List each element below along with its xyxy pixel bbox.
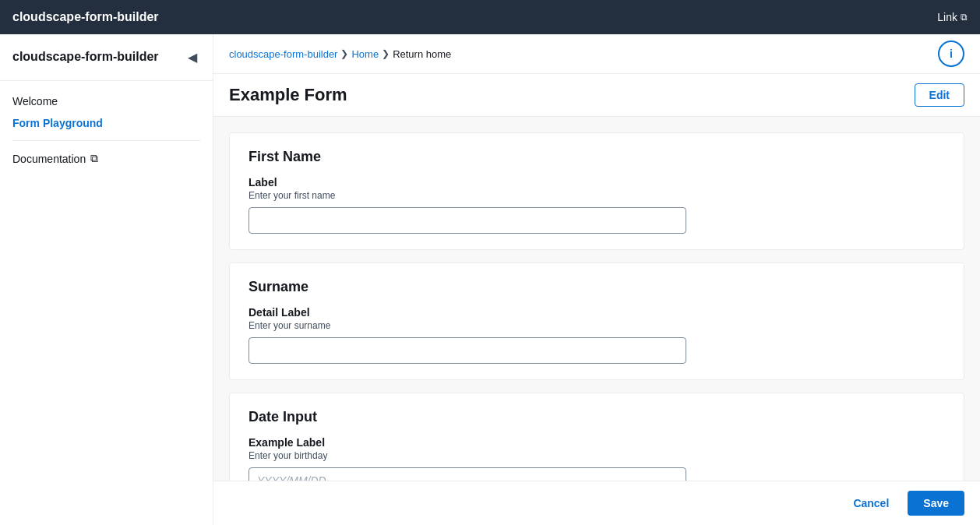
field-description-first-name: Enter your first name — [249, 190, 945, 201]
external-link-icon: ⧉ — [961, 12, 968, 23]
breadcrumb-separator-2: ❯ — [382, 48, 390, 59]
breadcrumb-separator-1: ❯ — [340, 48, 348, 59]
field-label-first-name: Label — [249, 176, 945, 189]
sidebar-header: cloudscape-form-builder ◀ — [0, 34, 213, 81]
documentation-label: Documentation — [12, 153, 86, 165]
form-section-date: Date Input Example Label Enter your birt… — [229, 393, 964, 481]
section-title-first-name: First Name — [249, 149, 945, 165]
cancel-button[interactable]: Cancel — [844, 491, 898, 516]
first-name-input[interactable] — [249, 207, 686, 234]
main-content: cloudscape-form-builder ❯ Home ❯ Return … — [213, 34, 980, 525]
date-input[interactable] — [249, 467, 686, 481]
page-title-area: Example Form Edit — [213, 74, 980, 117]
footer-bar: Cancel Save — [213, 481, 980, 525]
app-title: cloudscape-form-builder — [12, 10, 159, 24]
breadcrumb-item-app[interactable]: cloudscape-form-builder — [229, 48, 337, 60]
sidebar-title: cloudscape-form-builder — [12, 49, 159, 65]
sidebar-collapse-button[interactable]: ◀ — [185, 47, 200, 68]
form-section-surname: Surname Detail Label Enter your surname — [229, 262, 964, 380]
section-title-date: Date Input — [249, 409, 945, 425]
surname-input[interactable] — [249, 337, 686, 364]
field-description-date: Enter your birthday — [249, 450, 945, 461]
sidebar-item-form-playground[interactable]: Form Playground — [0, 112, 213, 134]
top-navbar: cloudscape-form-builder Link ⧉ — [0, 0, 980, 34]
section-title-surname: Surname — [249, 279, 945, 295]
main-layout: cloudscape-form-builder ◀ Welcome Form P… — [0, 34, 980, 525]
page-title: Example Form — [229, 85, 347, 105]
sidebar: cloudscape-form-builder ◀ Welcome Form P… — [0, 34, 213, 525]
sidebar-documentation-link[interactable]: Documentation ⧉ — [0, 147, 213, 170]
breadcrumb-item-current: Return home — [393, 48, 451, 60]
field-label-surname: Detail Label — [249, 306, 945, 319]
field-description-surname: Enter your surname — [249, 320, 945, 331]
breadcrumb: cloudscape-form-builder ❯ Home ❯ Return … — [229, 48, 451, 60]
form-section-first-name: First Name Label Enter your first name — [229, 132, 964, 250]
info-button[interactable]: i — [938, 41, 964, 67]
form-content: First Name Label Enter your first name S… — [213, 117, 980, 481]
breadcrumb-item-home[interactable]: Home — [351, 48, 379, 60]
sidebar-divider — [12, 140, 200, 141]
sidebar-nav: Welcome Form Playground Documentation ⧉ — [0, 81, 213, 179]
external-link[interactable]: Link ⧉ — [937, 11, 968, 23]
content-header: cloudscape-form-builder ❯ Home ❯ Return … — [213, 34, 980, 74]
edit-button[interactable]: Edit — [915, 83, 964, 107]
save-button[interactable]: Save — [908, 491, 964, 516]
sidebar-item-welcome[interactable]: Welcome — [0, 90, 213, 112]
link-label: Link — [937, 11, 957, 23]
external-doc-icon: ⧉ — [90, 152, 98, 165]
field-label-date: Example Label — [249, 436, 945, 449]
